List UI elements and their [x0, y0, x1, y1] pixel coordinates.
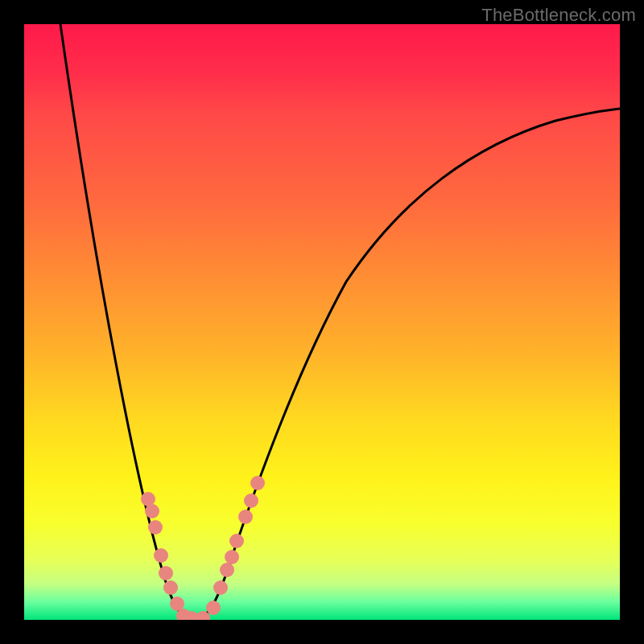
- watermark-text: TheBottleneck.com: [481, 5, 636, 26]
- chart-stage: TheBottleneck.com: [0, 0, 644, 644]
- background-gradient: [24, 24, 620, 620]
- plot-area: [24, 24, 620, 620]
